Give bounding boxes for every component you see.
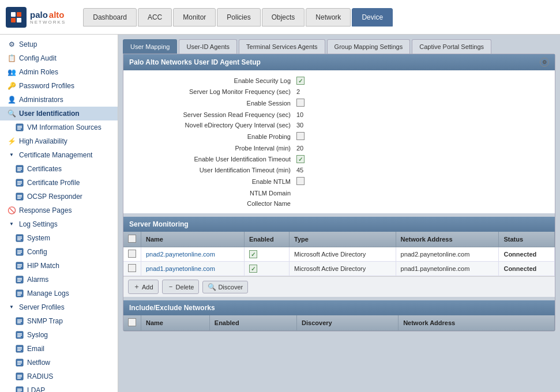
include-select-all[interactable] — [128, 318, 136, 326]
certificates-icon — [15, 164, 24, 174]
form-value[interactable] — [296, 177, 305, 186]
server-col-0 — [123, 232, 141, 247]
sidebar-item-certificates[interactable]: Certificates — [0, 162, 118, 176]
svg-rect-0 — [11, 12, 16, 17]
sidebar-label-snmp-trap: SNMP Trap — [27, 316, 63, 326]
sidebar-item-certificate-profile[interactable]: Certificate Profile — [0, 176, 118, 190]
server-col-2: Enabled — [244, 232, 289, 247]
sidebar-item-syslog[interactable]: Syslog — [0, 328, 118, 342]
sidebar-item-certificate-management[interactable]: ▼Certificate Management — [0, 148, 118, 162]
sidebar-label-response-pages: Response Pages — [19, 205, 72, 216]
nav-tab-network[interactable]: Network — [306, 8, 351, 27]
form-value[interactable]: ✓ — [296, 155, 305, 163]
add-button[interactable]: ＋Add — [128, 280, 159, 294]
row-checkbox-0[interactable] — [128, 250, 136, 258]
form-row-collector-name: Collector Name — [135, 198, 543, 209]
sidebar-item-administrators[interactable]: 👤Administrators — [0, 93, 118, 107]
form-label: Enable Session — [135, 100, 296, 107]
delete-button-label: Delete — [176, 284, 194, 291]
nav-tab-acc[interactable]: ACC — [138, 8, 172, 27]
form-value: 2 — [296, 88, 300, 95]
sidebar-item-ocsp-responder[interactable]: OCSP Responder — [0, 190, 118, 203]
sidebar-label-server-profiles: Server Profiles — [19, 302, 65, 312]
include-col-3: Discovery — [297, 315, 399, 331]
user-identification-icon: 🔍 — [7, 109, 16, 118]
form-label: Server Log Monitor Frequency (sec) — [135, 88, 296, 95]
sidebar-item-netflow[interactable]: Netflow — [0, 356, 118, 370]
checkbox-enable-ntlm[interactable] — [296, 177, 305, 185]
logo-brand1: palo — [30, 10, 48, 20]
server-enabled-1[interactable]: ✓ — [249, 265, 257, 273]
content-tab-captive-portal-settings[interactable]: Captive Portal Settings — [412, 39, 491, 54]
nav-tab-dashboard[interactable]: Dashboard — [83, 8, 137, 27]
gear-icon[interactable]: ⚙ — [540, 58, 549, 67]
server-monitoring-title: Server Monitoring — [129, 220, 189, 228]
form-row-novell-edirectory-query-interval-sec: Novell eDirectory Query Interval (sec)30 — [135, 120, 543, 130]
sidebar-label-ocsp-responder: OCSP Responder — [27, 191, 82, 202]
sidebar-item-admin-roles[interactable]: 👥Admin Roles — [0, 65, 118, 79]
sidebar-item-log-settings[interactable]: ▼Log Settings — [0, 217, 118, 231]
sidebar-label-radius: RADIUS — [27, 371, 53, 382]
sidebar-item-password-profiles[interactable]: 🔑Password Profiles — [0, 79, 118, 93]
content-tab-user-id-agents[interactable]: User-ID Agents — [179, 39, 237, 54]
checkbox-enable-session[interactable] — [296, 99, 305, 107]
sidebar-item-config[interactable]: Config — [0, 245, 118, 259]
sidebar-label-certificate-profile: Certificate Profile — [27, 178, 80, 188]
sidebar-item-ldap[interactable]: LDAP — [0, 383, 118, 392]
sidebar-item-config-audit[interactable]: 📋Config Audit — [0, 51, 118, 65]
sidebar-item-user-identification[interactable]: 🔍User Identification — [0, 107, 118, 120]
server-select-all[interactable] — [128, 235, 136, 243]
svg-rect-3 — [17, 18, 21, 22]
content-tab-user-mapping[interactable]: User Mapping — [123, 39, 177, 54]
server-name-1[interactable]: pnad1.paynetonline.com — [146, 265, 215, 272]
vm-information-sources-icon — [15, 123, 24, 132]
row-checkbox-1[interactable] — [128, 264, 136, 272]
sidebar-item-system[interactable]: System — [0, 231, 118, 245]
content-tab-group-mapping-settings[interactable]: Group Mapping Settings — [327, 39, 411, 54]
include-col-0 — [123, 315, 141, 331]
nav-tab-device[interactable]: Device — [352, 8, 393, 27]
main-panel: Palo Alto Networks User ID Agent Setup ⚙… — [123, 54, 555, 331]
sidebar-item-radius[interactable]: RADIUS — [0, 370, 118, 383]
radius-icon — [15, 372, 24, 381]
delete-button-icon: － — [167, 282, 174, 292]
server-type-0: Microsoft Active Directory — [290, 247, 396, 262]
content-tab-terminal-services-agents[interactable]: Terminal Services Agents — [239, 39, 325, 54]
logo-brand2: alto — [49, 10, 65, 20]
form-value[interactable]: ✓ — [296, 77, 305, 85]
sidebar-item-response-pages[interactable]: 🚫Response Pages — [0, 203, 118, 217]
discover-button[interactable]: 🔍Discover — [202, 281, 248, 293]
sidebar-label-password-profiles: Password Profiles — [19, 81, 74, 91]
sidebar-item-high-availability[interactable]: ⚡High Availability — [0, 134, 118, 148]
sidebar-item-vm-information-sources[interactable]: VM Information Sources — [0, 120, 118, 134]
server-enabled-0[interactable]: ✓ — [249, 250, 257, 258]
include-col-4: Network Address — [399, 315, 555, 331]
server-name-0[interactable]: pnad2.paynetonline.com — [146, 251, 215, 258]
server-col-5: Status — [499, 232, 555, 247]
form-value[interactable] — [296, 132, 305, 141]
system-icon — [15, 233, 24, 243]
form-row-user-identification-timeout-min: User Identification Timeout (min)45 — [135, 165, 543, 175]
sidebar-item-manage-logs[interactable]: Manage Logs — [0, 287, 118, 300]
sidebar-item-server-profiles[interactable]: ▼Server Profiles — [0, 300, 118, 314]
delete-button[interactable]: －Delete — [162, 280, 200, 294]
sidebar-item-snmp-trap[interactable]: SNMP Trap — [0, 314, 118, 328]
form-value[interactable] — [296, 99, 305, 108]
form-value: 10 — [296, 111, 303, 118]
form-label: Novell eDirectory Query Interval (sec) — [135, 122, 296, 129]
checkbox-enable-probing[interactable] — [296, 132, 305, 140]
sidebar: ⚙Setup📋Config Audit👥Admin Roles🔑Password… — [0, 35, 118, 392]
checkbox-enable-user-identification-timeout[interactable]: ✓ — [296, 155, 305, 163]
discover-button-icon: 🔍 — [208, 283, 216, 291]
sidebar-item-alarms[interactable]: Alarms — [0, 273, 118, 287]
sidebar-item-setup[interactable]: ⚙Setup — [0, 37, 118, 51]
checkbox-enable-security-log[interactable]: ✓ — [296, 77, 305, 85]
sidebar-item-hip-match[interactable]: HIP Match — [0, 259, 118, 273]
netflow-icon — [15, 358, 24, 367]
ldap-icon — [15, 386, 24, 392]
nav-tab-monitor[interactable]: Monitor — [173, 8, 216, 27]
sidebar-item-email[interactable]: Email — [0, 342, 118, 356]
nav-tab-policies[interactable]: Policies — [217, 8, 260, 27]
form-row-enable-session: Enable Session — [135, 97, 543, 110]
nav-tab-objects[interactable]: Objects — [262, 8, 305, 27]
